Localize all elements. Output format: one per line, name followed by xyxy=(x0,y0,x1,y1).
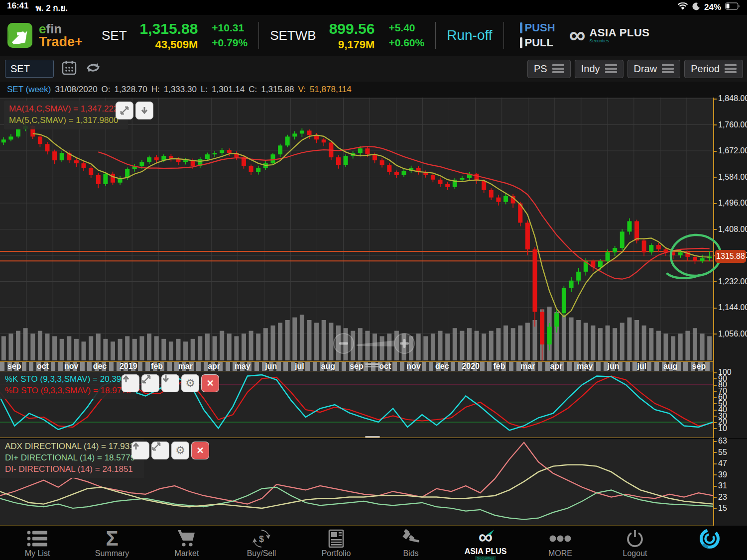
price-axis-label: 1,584.00 xyxy=(717,173,747,182)
panel-resize-handle[interactable] xyxy=(365,363,380,367)
time-axis-label: sep xyxy=(685,362,713,371)
nav-app-swirl-icon[interactable] xyxy=(672,526,747,560)
asia-plus-logo: ∞ ASIA PLUS Securities xyxy=(569,27,650,43)
nav-label: Logout xyxy=(623,549,647,558)
close-indicator-button[interactable]: ✕ xyxy=(191,442,209,459)
move-panel-down-button[interactable] xyxy=(135,102,153,119)
nav-label: MORE xyxy=(548,549,572,558)
close-indicator-button[interactable]: ✕ xyxy=(201,374,219,392)
indicator-axis-label: 63 xyxy=(717,437,727,446)
gavel-icon xyxy=(400,529,421,549)
time-axis-label: apr xyxy=(200,362,228,371)
expand-panel-button[interactable] xyxy=(151,442,169,459)
move-up-button[interactable] xyxy=(131,442,149,459)
set-change: +10.31 xyxy=(212,20,244,35)
menu-icon xyxy=(662,64,674,73)
refresh-icon[interactable] xyxy=(85,60,102,77)
nav-summary[interactable]: ΣSummary xyxy=(75,526,149,560)
last-price-tag: 1315.88 xyxy=(715,250,746,263)
efin-logo-icon xyxy=(7,21,35,49)
time-axis-label: mar xyxy=(513,362,542,371)
app-header: efin Trade+ SET 1,315.88 43,509M +10.31 … xyxy=(0,15,747,56)
chart-toolbar: PS Indy Draw Period xyxy=(0,56,747,82)
symbol-input[interactable] xyxy=(5,60,54,78)
buysell-icon: $ xyxy=(251,529,271,549)
ps-menu-button[interactable]: PS xyxy=(527,60,571,78)
indicator-axis-label: 15 xyxy=(717,504,727,513)
time-axis-label: dec xyxy=(86,362,114,371)
app-root: 16:41 พ. 2 ก.ย. 24% efin Trade+ SET 1,31… xyxy=(0,0,747,560)
price-axis-label: 1,848.00 xyxy=(717,94,747,103)
nav-label: My List xyxy=(25,549,50,558)
efin-trade-logo: efin Trade+ xyxy=(7,21,102,49)
more-icon xyxy=(548,529,573,549)
nav-asia-plus[interactable]: ∞ASIA PLUSSecurities xyxy=(448,526,523,560)
setwb-quote: 899.56 9,179M +5.40 +0.60% xyxy=(329,19,425,52)
period-menu-button[interactable]: Period xyxy=(684,60,743,78)
time-axis-scrollbar[interactable]: sepoctnovdec2019febmaraprmayjunjulaugsep… xyxy=(0,361,713,371)
logo-fin: fin xyxy=(46,21,62,36)
push-pull-toggle[interactable]: PUSH PULL xyxy=(520,21,555,49)
expand-panel-button[interactable] xyxy=(141,374,159,392)
set-value: 43,509M xyxy=(155,38,198,52)
brand-name: ASIA PLUS xyxy=(589,27,649,38)
nav-bids[interactable]: Bids xyxy=(374,526,448,560)
draw-menu-button[interactable]: Draw xyxy=(627,60,681,78)
time-axis-label: nov xyxy=(57,362,86,371)
settings-gear-button[interactable]: ⚙ xyxy=(171,442,189,459)
nav-portfolio[interactable]: Portfolio xyxy=(299,526,374,560)
setwb-change-pct: +0.60% xyxy=(388,35,424,50)
calendar-icon[interactable] xyxy=(62,60,77,78)
moon-icon xyxy=(692,2,700,13)
ma5-legend: MA(5,C,SMAV) = 1,317.9800 xyxy=(9,115,123,126)
sigma-icon: Σ xyxy=(106,529,118,549)
nav-buy-sell[interactable]: $Buy/Sell xyxy=(224,526,299,560)
setwb-index-name: SETWB xyxy=(270,28,316,43)
time-axis-label: 2020 xyxy=(457,362,485,371)
setwb-change: +5.40 xyxy=(388,20,415,35)
di-plus-legend: DI+ DIRECTIONAL (14) = 18.5779 xyxy=(5,452,139,464)
settings-gear-button[interactable]: ⚙ xyxy=(181,374,199,392)
time-axis-label: aug xyxy=(314,362,342,371)
push-indicator-bar xyxy=(520,22,522,33)
set-last-price: 1,315.88 xyxy=(140,19,198,38)
open-label: O: xyxy=(102,85,111,95)
menu-icon xyxy=(552,64,564,73)
price-axis-label: 1,496.00 xyxy=(717,199,747,208)
set-index-name: SET xyxy=(102,28,127,43)
move-up-button[interactable] xyxy=(122,374,139,392)
nav-logout[interactable]: Logout xyxy=(598,526,672,560)
nav-market[interactable]: Market xyxy=(149,526,224,560)
brand-sub: Securities xyxy=(589,38,649,43)
symbol-period-label: SET (week) xyxy=(7,85,51,95)
nav-label: Buy/Sell xyxy=(247,549,276,558)
time-axis-label: feb xyxy=(142,362,171,371)
expand-panel-button[interactable] xyxy=(116,102,133,119)
main-chart-panel: 1,848.001,760.001,672.001,584.001,496.00… xyxy=(0,98,747,361)
ps-label: PS xyxy=(534,63,547,75)
candlestick-chart[interactable] xyxy=(0,98,713,361)
move-down-button[interactable] xyxy=(161,374,179,392)
svg-text:$: $ xyxy=(259,534,264,544)
setwb-last-price: 899.56 xyxy=(329,19,375,38)
logo-trade-plus: Trade+ xyxy=(39,35,83,49)
nav-my-list[interactable]: My List xyxy=(0,526,75,560)
open-value: 1,328.70 xyxy=(115,85,147,95)
wifi-icon xyxy=(677,2,688,13)
price-axis-label: 1,408.00 xyxy=(717,225,747,234)
bottom-nav-bar: My ListΣSummaryMarket$Buy/SellPortfolioB… xyxy=(0,526,747,560)
bar-date: 31/08/2020 xyxy=(55,85,98,95)
price-axis[interactable]: 1,848.001,760.001,672.001,584.001,496.00… xyxy=(713,98,747,361)
indy-menu-button[interactable]: Indy xyxy=(575,60,623,78)
price-axis-label: 1,760.00 xyxy=(717,120,747,129)
divider xyxy=(503,22,504,49)
ohlc-info-bar: SET (week) 31/08/2020 O:1,328.70 H:1,333… xyxy=(0,82,747,98)
indicator-axis-label: 23 xyxy=(717,493,727,502)
pull-label[interactable]: PULL xyxy=(525,36,553,49)
time-axis-label: feb xyxy=(485,362,513,371)
nav-more[interactable]: MORE xyxy=(523,526,598,560)
push-label[interactable]: PUSH xyxy=(525,21,555,34)
indicator-axis-label: 10 xyxy=(717,424,727,433)
time-axis-label: mar xyxy=(171,362,200,371)
runoff-button[interactable]: Run-off xyxy=(447,27,492,43)
